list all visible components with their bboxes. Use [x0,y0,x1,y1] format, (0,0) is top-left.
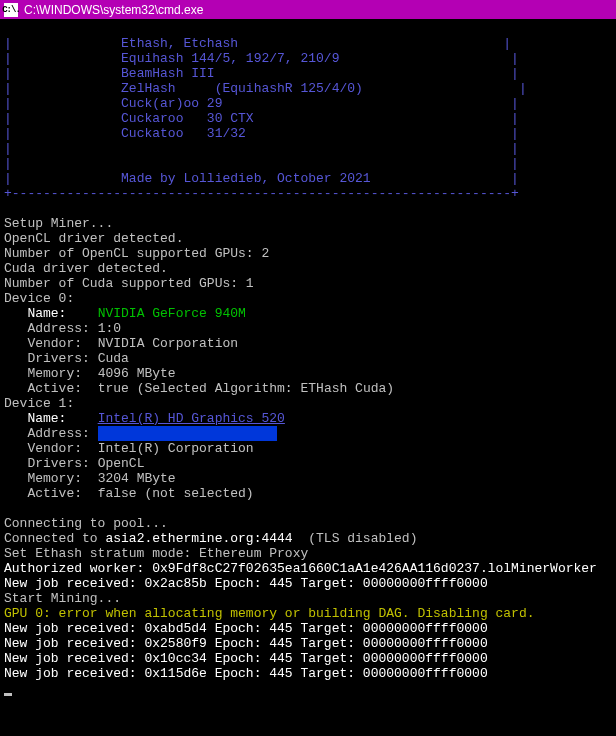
device-addr-value: 1:0 [98,321,121,336]
job-line: New job received: 0x115d6e Epoch: 445 Ta… [4,666,488,681]
banner-line: | Cuckaroo 30 CTX | [4,111,519,126]
device-vendor-value: Intel(R) Corporation [98,441,254,456]
banner-line: | ZelHash (EquihashR 125/4/0) | [4,81,527,96]
banner-line: | Cuck(ar)oo 29 | [4,96,519,111]
banner-line: | Cuckatoo 31/32 | [4,126,519,141]
setup-line: Number of OpenCL supported GPUs: 2 [4,246,269,261]
device-vendor-label: Vendor: [4,336,90,351]
device-memory-value: 4096 MByte [98,366,176,381]
device-drivers-value: OpenCL [98,456,145,471]
selection-highlight [98,426,277,441]
job-line: New job received: 0x2ac85b Epoch: 445 Ta… [4,576,488,591]
start-mining-line: Start Mining... [4,591,121,606]
setup-line: Number of Cuda supported GPUs: 1 [4,276,254,291]
gpu-error-line: GPU 0: error when allocating memory or b… [4,606,535,621]
device-addr-label: Address: [4,426,90,441]
device-memory-label: Memory: [4,471,90,486]
device-vendor-value: NVIDIA Corporation [98,336,238,351]
device-active-value: true (Selected Algorithm: ETHash Cuda) [98,381,394,396]
window-title: C:\WINDOWS\system32\cmd.exe [24,3,203,17]
job-line: New job received: 0x2580f9 Epoch: 445 Ta… [4,636,488,651]
device-header: Device 1: [4,396,74,411]
device-drivers-label: Drivers: [4,351,90,366]
banner-line: | BeamHash III | [4,66,519,81]
device-active-label: Active: [4,381,90,396]
banner-line: | Ethash, Etchash | [4,36,511,51]
job-line: New job received: 0x10cc34 Epoch: 445 Ta… [4,651,488,666]
pool-line: Set Ethash stratum mode: Ethereum Proxy [4,546,308,561]
device-header: Device 0: [4,291,74,306]
setup-line: Cuda driver detected. [4,261,168,276]
banner-credit: | Made by Lolliedieb, October 2021 | [4,171,519,186]
device-name-label: Name: [4,411,90,426]
banner-line: +---------------------------------------… [4,186,519,201]
setup-line: Setup Miner... [4,216,113,231]
device-addr-label: Address: [4,321,90,336]
device-drivers-value: Cuda [98,351,129,366]
cmd-icon: C:\. [4,3,18,17]
auth-worker-line: Authorized worker: 0x9Fdf8cC27f02635ea16… [4,561,597,576]
device-name-value: Intel(R) HD Graphics 520 [98,411,285,426]
terminal-output[interactable]: | Ethash, Etchash | | Equihash 144/5, 19… [0,19,616,698]
device-memory-value: 3204 MByte [98,471,176,486]
pool-line: Connecting to pool... [4,516,168,531]
banner-line: | Equihash 144/5, 192/7, 210/9 | [4,51,519,66]
device-active-value: false (not selected) [98,486,254,501]
device-name-value: NVIDIA GeForce 940M [98,306,246,321]
device-name-label: Name: [4,306,90,321]
device-drivers-label: Drivers: [4,456,90,471]
device-vendor-label: Vendor: [4,441,90,456]
cursor [4,693,12,696]
setup-line: OpenCL driver detected. [4,231,183,246]
banner-line: | | [4,156,519,171]
job-line: New job received: 0xabd5d4 Epoch: 445 Ta… [4,621,488,636]
window-titlebar[interactable]: C:\. C:\WINDOWS\system32\cmd.exe [0,0,616,19]
banner-line: | | [4,141,519,156]
device-memory-label: Memory: [4,366,90,381]
pool-line: Connected to asia2.ethermine.org:4444 (T… [4,531,417,546]
device-active-label: Active: [4,486,90,501]
